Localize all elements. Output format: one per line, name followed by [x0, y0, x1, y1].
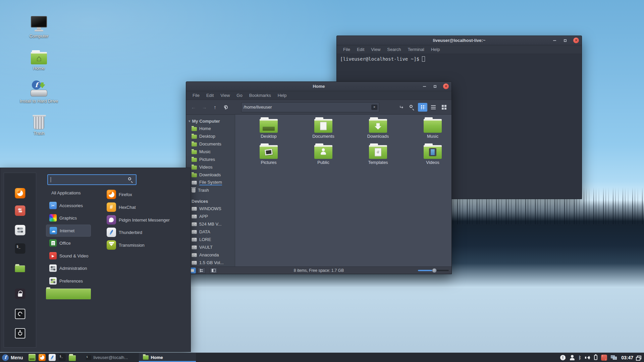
- bluetooth-icon[interactable]: ᛒ: [579, 355, 581, 360]
- desktop-icon-trash[interactable]: Trash: [19, 116, 59, 136]
- user-icon[interactable]: [570, 355, 575, 360]
- maximize-button[interactable]: [562, 38, 568, 43]
- network-icon[interactable]: [611, 355, 618, 360]
- zoom-slider-track[interactable]: [418, 270, 449, 271]
- category-item-internet[interactable]: ☁Internet: [46, 225, 91, 237]
- terminal-titlebar[interactable]: liveuser@localhost-live:~ ✕: [337, 36, 582, 45]
- zoom-slider[interactable]: [418, 267, 449, 274]
- file-manager-titlebar[interactable]: Home ✕: [186, 82, 451, 91]
- terminal-menu-search[interactable]: Search: [384, 46, 404, 53]
- battery-icon[interactable]: [594, 355, 597, 360]
- refresh-button[interactable]: [221, 103, 230, 112]
- sidebar-item-anaconda[interactable]: Anaconda: [186, 251, 235, 259]
- fm-menu-help[interactable]: Help: [274, 92, 290, 99]
- folder-item-pictures[interactable]: Pictures: [244, 143, 294, 165]
- terminal-menu-file[interactable]: File: [340, 46, 354, 53]
- launcher-files[interactable]: [69, 354, 76, 361]
- sidebar-item-app[interactable]: APP: [186, 213, 235, 220]
- category-item-administration[interactable]: Administration: [46, 262, 91, 274]
- file-manager-icon-view[interactable]: DesktopDocumentsDownloadsMusicPicturesPu…: [235, 115, 451, 266]
- sidebar-item-trash[interactable]: Trash: [186, 186, 235, 194]
- terminal-menu-view[interactable]: View: [368, 46, 384, 53]
- sidebar-item-documents[interactable]: Documents: [186, 140, 235, 148]
- favorite-terminal-button[interactable]: $_: [15, 243, 25, 254]
- desktop-icon-install-to-hard-drive[interactable]: f Install to Hard Drive: [19, 80, 59, 104]
- folder-item-music[interactable]: Music: [408, 117, 458, 139]
- app-item-pidgin-internet-messenger[interactable]: Pidgin Internet Messenger: [107, 214, 189, 226]
- folder-item-videos[interactable]: Videos: [408, 143, 458, 165]
- close-button[interactable]: ✕: [573, 38, 579, 43]
- folder-item-desktop[interactable]: Desktop: [244, 117, 294, 139]
- sidebar-item-desktop[interactable]: Desktop: [186, 132, 235, 140]
- launcher-terminal[interactable]: $_: [59, 354, 66, 361]
- sidebar-item-1-5-gb-vol[interactable]: 1.5 GB Vol...: [186, 259, 235, 266]
- terminal-output[interactable]: [liveuser@localhost-live ~]$: [337, 54, 582, 64]
- fm-menu-file[interactable]: File: [189, 92, 203, 99]
- app-item-firefox[interactable]: Firefox: [107, 188, 189, 201]
- sidebar-item-524-mb-v[interactable]: 524 MB V...: [186, 220, 235, 228]
- folder-item-templates[interactable]: Templates: [353, 143, 403, 165]
- category-item-sound-video[interactable]: ▶Sound & Video: [46, 250, 91, 262]
- sidebar-item-home[interactable]: Home: [186, 125, 235, 132]
- list-view-button[interactable]: [429, 103, 438, 112]
- app-item-thunderbird[interactable]: Thunderbird: [107, 226, 189, 239]
- sidebar-item-downloads[interactable]: Downloads: [186, 171, 235, 179]
- window-button-home[interactable]: Home: [139, 353, 196, 362]
- favorite-updater-button[interactable]: ⇅: [15, 205, 25, 216]
- folder-item-downloads[interactable]: Downloads: [353, 117, 403, 139]
- favorite-shutdown-button[interactable]: [15, 328, 25, 339]
- icon-view-button[interactable]: [418, 103, 427, 112]
- terminal-menu-help[interactable]: Help: [428, 46, 443, 53]
- up-button[interactable]: ↑: [210, 103, 220, 112]
- category-item-accessories[interactable]: ✂Accessories: [46, 199, 91, 212]
- search-input[interactable]: [51, 177, 128, 183]
- sidebar-item-data[interactable]: DATA: [186, 228, 235, 236]
- category-item-preferences[interactable]: Preferences: [46, 275, 91, 287]
- search-box[interactable]: [47, 174, 137, 185]
- fm-menu-edit[interactable]: Edit: [203, 92, 217, 99]
- volume-icon[interactable]: [585, 355, 590, 360]
- sidebar-item-file-system[interactable]: File System: [186, 179, 235, 186]
- window-button-liveuser-localh[interactable]: $liveuser@localh...: [82, 353, 139, 362]
- fm-menu-view[interactable]: View: [217, 92, 233, 99]
- back-button[interactable]: ←: [189, 103, 198, 112]
- category-item-all-applications[interactable]: All Applications: [46, 187, 91, 199]
- sidebar-item-videos[interactable]: Videos: [186, 163, 235, 171]
- collapse-arrow-icon[interactable]: ▾: [189, 119, 191, 123]
- favorite-firefox-button[interactable]: [15, 188, 25, 198]
- terminal-menu-terminal[interactable]: Terminal: [405, 46, 428, 53]
- category-item-graphics[interactable]: Graphics: [46, 212, 91, 224]
- fm-menu-go[interactable]: Go: [233, 92, 246, 99]
- compact-view-button[interactable]: [439, 103, 449, 112]
- updates-icon[interactable]: [601, 355, 607, 361]
- search-button[interactable]: [407, 103, 417, 112]
- category-item-office[interactable]: Office: [46, 237, 91, 249]
- favorite-lock-button[interactable]: [15, 289, 25, 299]
- desktop-icon-home[interactable]: ⌂ Home: [19, 50, 59, 71]
- menu-button[interactable]: f Menu: [0, 353, 26, 362]
- sidebar-item-lore[interactable]: LORE: [186, 236, 235, 243]
- sidebar-item-music[interactable]: Music: [186, 148, 235, 156]
- maximize-button[interactable]: [432, 84, 438, 89]
- folder-item-public[interactable]: Public: [298, 143, 348, 165]
- forward-button[interactable]: →: [200, 103, 209, 112]
- favorite-settings-button[interactable]: [15, 225, 25, 235]
- terminal-menu-edit[interactable]: Edit: [354, 46, 368, 53]
- sidebar-item-pictures[interactable]: Pictures: [186, 156, 235, 163]
- launcher-installer[interactable]: [49, 354, 56, 361]
- app-item-transmission[interactable]: Transmission: [107, 239, 189, 251]
- toggle-location-entry-button[interactable]: ↵: [396, 103, 406, 112]
- window-list-icon[interactable]: [637, 356, 641, 359]
- favorite-logout-button[interactable]: [15, 309, 25, 319]
- sidebar-item-vault[interactable]: VAULT: [186, 243, 235, 251]
- zoom-slider-handle[interactable]: [432, 268, 437, 273]
- sidebar-item-windows[interactable]: WINDOWS: [186, 205, 235, 213]
- clock[interactable]: 03:47: [621, 355, 633, 360]
- launcher-show-desktop[interactable]: [29, 354, 36, 361]
- app-item-hexchat[interactable]: #HexChat: [107, 201, 189, 214]
- category-item-places[interactable]: Places: [46, 287, 91, 299]
- clear-location-icon[interactable]: ×: [371, 105, 377, 110]
- location-bar[interactable]: /home/liveuser ×: [241, 102, 379, 112]
- favorite-files-button[interactable]: [15, 263, 25, 273]
- desktop-icon-computer[interactable]: Computer: [19, 16, 59, 39]
